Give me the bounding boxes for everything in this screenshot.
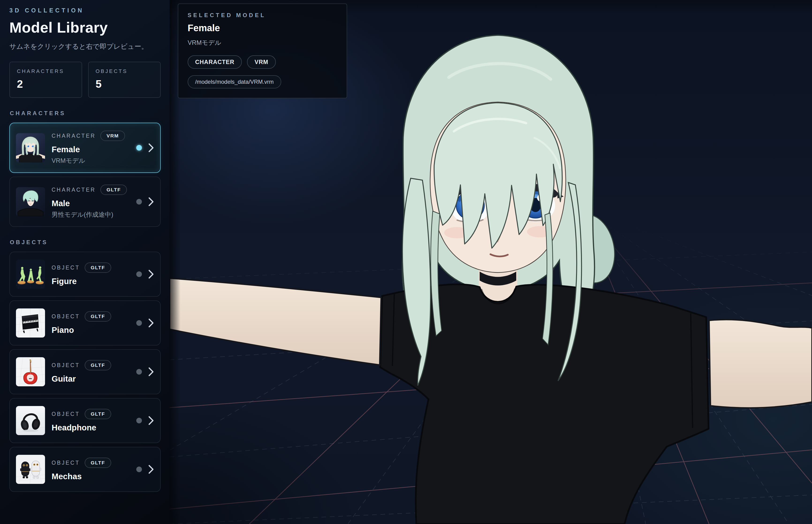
card-name: Piano xyxy=(52,325,127,335)
status-dot xyxy=(136,466,142,472)
viewport-3d-canvas[interactable]: SELECTED MODEL Female VRMモデル CHARACTER V… xyxy=(169,0,812,524)
format-badge: GLTF xyxy=(100,185,127,195)
headphone-thumbnail-art xyxy=(16,406,45,435)
mechas-thumbnail-art xyxy=(16,455,45,484)
card-trailing xyxy=(136,197,154,207)
mechas-thumbnail xyxy=(16,455,45,484)
status-dot xyxy=(136,145,142,151)
guitar-thumbnail xyxy=(16,357,45,386)
card-name: Male xyxy=(52,199,127,208)
card-name: Headphone xyxy=(52,423,127,432)
card-trailing xyxy=(136,367,154,377)
chevron-right-icon xyxy=(148,464,154,474)
panel-model-path: /models/models_data/VRM.vrm xyxy=(188,75,281,88)
card-text: OBJECT GLTF Figure xyxy=(52,262,127,286)
card-meta: OBJECT GLTF xyxy=(52,311,127,322)
card-name: Mechas xyxy=(52,472,127,481)
panel-eyebrow: SELECTED MODEL xyxy=(188,12,337,18)
model-card-figure[interactable]: OBJECT GLTF Figure xyxy=(10,252,161,297)
stat-characters-value: 2 xyxy=(17,78,74,90)
format-badge: GLTF xyxy=(85,409,111,419)
model-card-male[interactable]: CHARACTER GLTF Male 男性モデル(作成途中) xyxy=(10,177,161,227)
card-description: 男性モデル(作成途中) xyxy=(52,210,127,219)
section-label-characters: CHARACTERS xyxy=(10,110,161,117)
stat-objects-label: OBJECTS xyxy=(96,68,153,75)
chevron-right-icon xyxy=(148,269,154,279)
model-card-female[interactable]: CHARACTER VRM Female VRMモデル xyxy=(10,123,161,173)
piano-thumbnail-art xyxy=(16,308,45,338)
format-badge: GLTF xyxy=(85,262,111,273)
card-name: Figure xyxy=(52,277,127,286)
card-text: OBJECT GLTF Piano xyxy=(52,311,127,335)
card-trailing xyxy=(136,464,154,474)
page-title: Model Library xyxy=(10,19,161,36)
card-meta: OBJECT GLTF xyxy=(52,262,127,273)
chevron-right-icon xyxy=(148,318,154,328)
card-category: OBJECT xyxy=(52,313,80,320)
card-trailing xyxy=(136,416,154,425)
chevron-right-icon xyxy=(148,367,154,377)
scene: SELECTED MODEL Female VRMモデル CHARACTER V… xyxy=(169,0,812,524)
stat-characters: CHARACTERS 2 xyxy=(10,62,82,98)
page-subtitle: サムネをクリックすると右で即プレビュー。 xyxy=(10,42,161,51)
chevron-right-icon xyxy=(148,197,154,207)
card-category: OBJECT xyxy=(52,411,80,417)
format-badge: VRM xyxy=(100,131,125,141)
chevron-right-icon xyxy=(148,416,154,425)
chevron-right-icon xyxy=(148,143,154,153)
card-meta: OBJECT GLTF xyxy=(52,360,127,370)
card-meta: CHARACTER VRM xyxy=(52,131,127,141)
panel-model-description: VRMモデル xyxy=(188,38,337,47)
status-dot xyxy=(136,272,142,277)
model-library-app: 3D COLLECTION Model Library サムネをクリックすると右… xyxy=(0,0,812,524)
section-label-objects: OBJECTS xyxy=(10,239,161,246)
selected-model-panel: SELECTED MODEL Female VRMモデル CHARACTER V… xyxy=(178,3,347,98)
female-thumbnail xyxy=(16,133,45,162)
card-category: CHARACTER xyxy=(52,133,96,139)
headphone-thumbnail xyxy=(16,406,45,435)
card-meta: OBJECT GLTF xyxy=(52,409,127,419)
panel-tags: CHARACTER VRM xyxy=(188,55,337,69)
model-card-guitar[interactable]: OBJECT GLTF Guitar xyxy=(10,349,161,394)
card-category: OBJECT xyxy=(52,362,80,369)
figure-thumbnail xyxy=(16,260,45,289)
stats-row: CHARACTERS 2 OBJECTS 5 xyxy=(10,62,161,98)
card-meta: OBJECT GLTF xyxy=(52,458,127,468)
guitar-thumbnail-art xyxy=(16,357,45,386)
model-card-mechas[interactable]: OBJECT GLTF Mechas xyxy=(10,447,161,492)
card-trailing xyxy=(136,269,154,279)
stat-characters-label: CHARACTERS xyxy=(17,68,74,75)
model-card-piano[interactable]: OBJECT GLTF Piano xyxy=(10,300,161,345)
card-text: CHARACTER VRM Female VRMモデル xyxy=(52,131,127,165)
card-trailing xyxy=(136,318,154,328)
format-badge: GLTF xyxy=(85,311,111,322)
card-category: OBJECT xyxy=(52,265,80,271)
stat-objects: OBJECTS 5 xyxy=(88,62,161,98)
model-card-headphone[interactable]: OBJECT GLTF Headphone xyxy=(10,398,161,443)
card-name: Guitar xyxy=(52,374,127,383)
card-meta: CHARACTER GLTF xyxy=(52,185,127,195)
card-text: CHARACTER GLTF Male 男性モデル(作成途中) xyxy=(52,185,127,219)
format-badge: GLTF xyxy=(85,360,111,370)
panel-model-name: Female xyxy=(188,23,337,33)
status-dot xyxy=(136,199,142,204)
card-category: OBJECT xyxy=(52,460,80,466)
card-trailing xyxy=(136,143,154,153)
male-thumbnail-art xyxy=(16,187,45,216)
status-dot xyxy=(136,418,142,423)
card-text: OBJECT GLTF Headphone xyxy=(52,409,127,432)
format-badge: GLTF xyxy=(85,458,111,468)
card-category: CHARACTER xyxy=(52,187,96,193)
collection-eyebrow: 3D COLLECTION xyxy=(10,7,161,14)
card-description: VRMモデル xyxy=(52,157,127,165)
card-text: OBJECT GLTF Mechas xyxy=(52,458,127,481)
female-thumbnail-art xyxy=(16,133,45,162)
stat-objects-value: 5 xyxy=(96,78,153,90)
card-name: Female xyxy=(52,145,127,154)
object-list: OBJECT GLTF Figure xyxy=(10,252,161,492)
male-thumbnail xyxy=(16,187,45,216)
panel-tag-format: VRM xyxy=(247,55,276,69)
card-text: OBJECT GLTF Guitar xyxy=(52,360,127,383)
status-dot xyxy=(136,369,142,375)
panel-tag-category: CHARACTER xyxy=(188,55,242,69)
